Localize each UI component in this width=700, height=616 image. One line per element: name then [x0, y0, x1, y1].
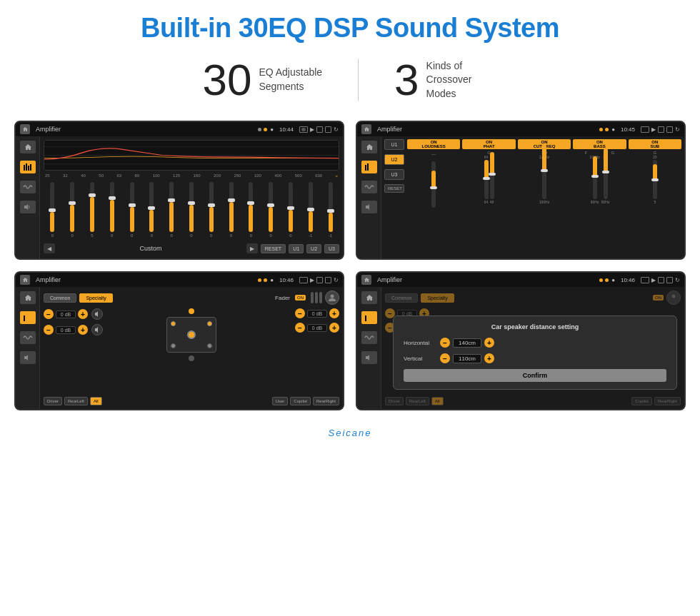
- phat-slider2[interactable]: [490, 160, 494, 199]
- slider-thumb-6[interactable]: [148, 206, 155, 210]
- back-icon-1[interactable]: ↻: [334, 126, 339, 133]
- slider-thumb-3[interactable]: [89, 193, 96, 197]
- user-btn-3[interactable]: User: [272, 397, 289, 405]
- slider-track-11[interactable]: [249, 182, 253, 232]
- phat-slider1[interactable]: [484, 160, 489, 199]
- loudness-thumb[interactable]: [430, 186, 437, 189]
- driver-btn-3[interactable]: Driver: [44, 397, 62, 405]
- slider-thumb-9[interactable]: [208, 203, 215, 207]
- sidebar-vol-2[interactable]: [361, 201, 377, 213]
- vertical-plus-btn[interactable]: +: [484, 353, 494, 363]
- slider-thumb-4[interactable]: [109, 196, 116, 200]
- u3-btn-1[interactable]: U3: [324, 244, 339, 253]
- vertical-minus-btn[interactable]: −: [440, 353, 450, 363]
- home-icon-4[interactable]: [361, 275, 371, 285]
- sidebar-eq-icon[interactable]: [20, 161, 36, 173]
- sidebar-wave-icon[interactable]: [20, 181, 36, 193]
- sidebar-wave-4[interactable]: [361, 331, 377, 344]
- slider-track-10[interactable]: [229, 182, 234, 232]
- confirm-button[interactable]: Confirm: [404, 369, 666, 382]
- slider-thumb-8[interactable]: [188, 201, 195, 205]
- slider-track-6[interactable]: [149, 182, 154, 232]
- rr-minus-btn[interactable]: −: [295, 323, 305, 333]
- sidebar-wave-2[interactable]: [361, 181, 377, 193]
- fl-minus-btn[interactable]: −: [44, 309, 54, 319]
- rl-plus-btn[interactable]: +: [78, 325, 88, 335]
- cross-reset-btn[interactable]: RESET: [384, 184, 404, 193]
- nav-up-3[interactable]: [189, 308, 194, 314]
- next-preset-btn[interactable]: ▶: [246, 243, 258, 253]
- rr-plus-btn[interactable]: +: [329, 323, 339, 333]
- fader-slider3[interactable]: [319, 292, 322, 303]
- slider-track-13[interactable]: [289, 182, 293, 232]
- sidebar-home-2[interactable]: [361, 141, 377, 153]
- all-btn-3[interactable]: All: [90, 397, 102, 405]
- sidebar-home-3[interactable]: [20, 291, 36, 304]
- sidebar-home-4[interactable]: [361, 291, 377, 304]
- slider-track-15[interactable]: [329, 182, 333, 232]
- sidebar-vol-3[interactable]: [20, 351, 36, 364]
- slider-track-12[interactable]: [269, 182, 273, 232]
- back-icon-3[interactable]: ↻: [334, 277, 339, 283]
- slider-track-4[interactable]: [110, 182, 114, 232]
- horizontal-minus-btn[interactable]: −: [440, 338, 450, 348]
- slider-track-1[interactable]: [50, 182, 54, 232]
- reset-btn-1[interactable]: RESET: [261, 244, 286, 253]
- sidebar-home-icon-1[interactable]: [20, 141, 36, 153]
- cross-u2-btn[interactable]: U2: [384, 154, 404, 165]
- u1-btn-1[interactable]: U1: [289, 244, 304, 253]
- sidebar-eq-3[interactable]: [20, 311, 36, 324]
- cross-u3-btn[interactable]: U3: [384, 169, 404, 180]
- u2-btn-1[interactable]: U2: [306, 244, 321, 253]
- slider-track-9[interactable]: [209, 182, 214, 232]
- slider-track-14[interactable]: [309, 182, 313, 232]
- slider-thumb-5[interactable]: [129, 203, 136, 207]
- slider-track-7[interactable]: [169, 182, 174, 232]
- home-icon-1[interactable]: [20, 124, 30, 134]
- rl-minus-btn[interactable]: −: [44, 325, 54, 335]
- prev-preset-btn[interactable]: ◀: [44, 243, 55, 253]
- fr-minus-btn[interactable]: −: [295, 308, 305, 318]
- fader-on-btn-3[interactable]: ON: [295, 295, 306, 301]
- fr-plus-btn[interactable]: +: [329, 308, 339, 318]
- cutfreq-slider1[interactable]: [542, 160, 546, 199]
- nav-down-3[interactable]: [189, 355, 194, 361]
- slider-track-5[interactable]: [130, 182, 134, 232]
- rearright-btn-3[interactable]: RearRight: [313, 397, 339, 405]
- sub-slider1[interactable]: [653, 160, 657, 199]
- slider-thumb-10[interactable]: [228, 198, 235, 202]
- slider-thumb-2[interactable]: [69, 201, 76, 205]
- slider-thumb-1[interactable]: [49, 208, 56, 212]
- fader-slider2[interactable]: [315, 292, 318, 303]
- home-icon-3[interactable]: [20, 275, 30, 285]
- specialty-tab-3[interactable]: Specialty: [79, 293, 112, 303]
- fl-plus-btn[interactable]: +: [78, 309, 88, 319]
- bass-slider1[interactable]: [593, 160, 597, 199]
- sidebar-eq-2[interactable]: [361, 161, 377, 173]
- slider-thumb-13[interactable]: [287, 206, 294, 210]
- bass-slider2[interactable]: [604, 160, 608, 199]
- horizontal-plus-btn[interactable]: +: [484, 338, 494, 348]
- loudness-slider[interactable]: [431, 161, 436, 208]
- home-icon-2[interactable]: [361, 124, 371, 134]
- back-icon-2[interactable]: ↻: [675, 126, 680, 133]
- slider-thumb-14[interactable]: [307, 208, 314, 211]
- fader-slider1[interactable]: [311, 292, 314, 303]
- sidebar-eq-4[interactable]: [361, 311, 377, 324]
- sidebar-wave-3[interactable]: [20, 331, 36, 344]
- back-icon-4[interactable]: ↻: [675, 277, 680, 283]
- slider-track-2[interactable]: [70, 182, 74, 232]
- cross-u1-btn[interactable]: U1: [384, 139, 404, 150]
- sidebar-vol-icon[interactable]: [20, 201, 36, 213]
- rearleft-btn-3[interactable]: RearLeft: [64, 397, 88, 405]
- slider-thumb-15[interactable]: [327, 209, 334, 213]
- profile-icon-3[interactable]: [325, 291, 339, 305]
- slider-track-3[interactable]: [90, 182, 94, 232]
- copilot-btn-3[interactable]: Copilot: [290, 397, 311, 405]
- slider-track-8[interactable]: [189, 182, 194, 232]
- slider-thumb-12[interactable]: [267, 203, 274, 207]
- slider-thumb-7[interactable]: [168, 198, 175, 202]
- slider-thumb-11[interactable]: [247, 201, 254, 205]
- sidebar-vol-4[interactable]: [361, 351, 377, 364]
- common-tab-3[interactable]: Common: [44, 293, 76, 303]
